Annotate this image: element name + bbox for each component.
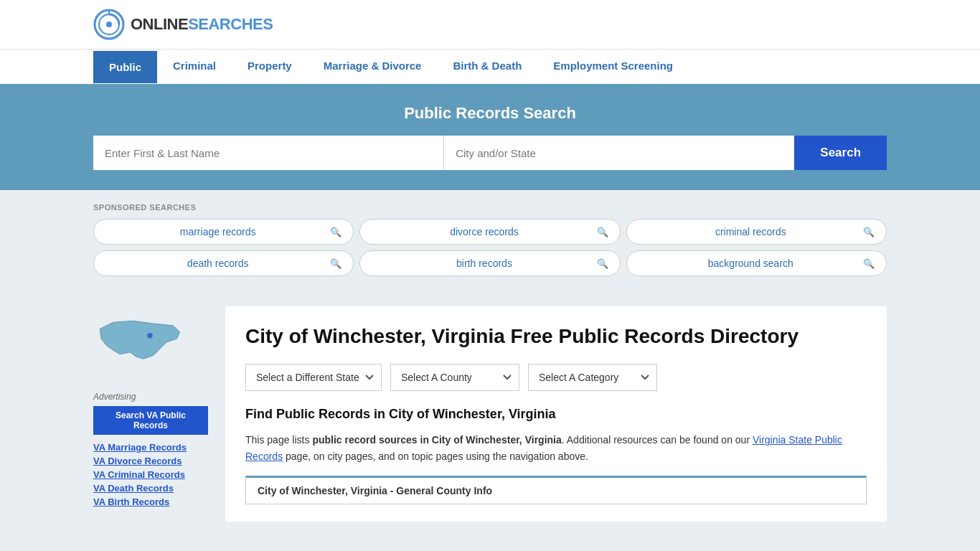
nav-item-marriage-divorce[interactable]: Marriage & Divorce — [308, 50, 438, 84]
virginia-map — [93, 306, 187, 378]
nav-item-property[interactable]: Property — [232, 50, 308, 84]
sponsored-pill-divorce-text: divorce records — [372, 226, 596, 237]
sponsored-grid-row1: marriage records 🔍 divorce records 🔍 cri… — [93, 219, 887, 245]
search-hero-title: Public Records Search — [93, 104, 887, 123]
sidebar-ad-label: Advertising — [93, 392, 208, 402]
nav-item-employment-screening[interactable]: Employment Screening — [537, 50, 689, 84]
sponsored-pill-criminal-text: criminal records — [639, 226, 863, 237]
main-nav: Public Criminal Property Marriage & Divo… — [0, 50, 980, 84]
sponsored-pill-birth-text: birth records — [372, 258, 596, 269]
search-icon-1: 🔍 — [330, 227, 341, 237]
search-name-input[interactable] — [93, 136, 444, 170]
sponsored-pill-death-text: death records — [105, 258, 330, 269]
svg-point-4 — [147, 333, 152, 338]
sponsored-pill-background-text: background search — [639, 258, 863, 269]
nav-item-birth-death[interactable]: Birth & Death — [437, 50, 537, 84]
search-icon-4: 🔍 — [330, 258, 341, 269]
sponsored-pill-background[interactable]: background search 🔍 — [626, 250, 887, 276]
svg-point-2 — [106, 22, 112, 27]
sponsored-section: SPONSORED SEARCHES marriage records 🔍 di… — [0, 190, 980, 289]
nav-item-public[interactable]: Public — [93, 51, 157, 83]
sponsored-pill-criminal[interactable]: criminal records 🔍 — [626, 219, 887, 245]
sponsored-grid-row2: death records 🔍 birth records 🔍 backgrou… — [93, 250, 887, 276]
sponsored-pill-death[interactable]: death records 🔍 — [93, 250, 354, 276]
sponsored-label: SPONSORED SEARCHES — [93, 203, 887, 212]
find-records-text-1: This page lists — [245, 434, 312, 446]
find-records-text-3: page, on city pages, and on topic pages … — [283, 451, 588, 462]
sidebar-link-va-divorce[interactable]: VA Divorce Records — [93, 456, 208, 466]
find-records-description: This page lists public record sources in… — [245, 432, 867, 464]
dropdowns-row: Select a Different State Select A County… — [245, 364, 867, 391]
find-records-bold: public record sources in City of Winches… — [312, 434, 561, 446]
search-button[interactable]: Search — [794, 136, 887, 170]
logo-text-online: ONLINE — [131, 15, 188, 33]
logo-text-searches: SEARCHES — [188, 15, 273, 33]
sidebar-ad-button[interactable]: Search VA Public Records — [93, 406, 208, 435]
category-dropdown[interactable]: Select A Category — [528, 364, 657, 391]
search-location-input[interactable] — [444, 136, 794, 170]
search-bar: Search — [93, 136, 887, 170]
sidebar-link-va-death[interactable]: VA Death Records — [93, 483, 208, 494]
logo[interactable]: ONLINESEARCHES — [93, 9, 273, 40]
logo-icon — [93, 9, 125, 40]
content-area: Advertising Search VA Public Records VA … — [0, 289, 980, 539]
sponsored-pill-birth[interactable]: birth records 🔍 — [359, 250, 620, 276]
sidebar: Advertising Search VA Public Records VA … — [93, 306, 208, 522]
nav-item-criminal[interactable]: Criminal — [157, 50, 232, 84]
search-hero: Public Records Search Search — [0, 84, 980, 190]
county-dropdown[interactable]: Select A County — [390, 364, 519, 391]
page-title: City of Winchester, Virginia Free Public… — [245, 324, 867, 349]
search-icon-3: 🔍 — [863, 227, 875, 237]
county-info-bar: City of Winchester, Virginia - General C… — [245, 476, 867, 504]
search-icon-6: 🔍 — [863, 258, 875, 269]
find-records-title: Find Public Records in City of Wincheste… — [245, 407, 867, 422]
sidebar-link-va-birth[interactable]: VA Birth Records — [93, 496, 208, 507]
state-dropdown[interactable]: Select a Different State — [245, 364, 382, 391]
sponsored-pill-marriage[interactable]: marriage records 🔍 — [93, 219, 354, 245]
header: ONLINESEARCHES — [0, 0, 980, 50]
find-records-text-2: . Additional resources can be found on o… — [562, 434, 753, 446]
search-icon-2: 🔍 — [597, 227, 608, 237]
sponsored-pill-divorce[interactable]: divorce records 🔍 — [359, 219, 620, 245]
sponsored-pill-marriage-text: marriage records — [105, 226, 330, 237]
search-icon-5: 🔍 — [597, 258, 608, 269]
main-content: City of Winchester, Virginia Free Public… — [225, 306, 887, 522]
sidebar-link-va-criminal[interactable]: VA Criminal Records — [93, 469, 208, 480]
sidebar-link-va-marriage[interactable]: VA Marriage Records — [93, 442, 208, 453]
